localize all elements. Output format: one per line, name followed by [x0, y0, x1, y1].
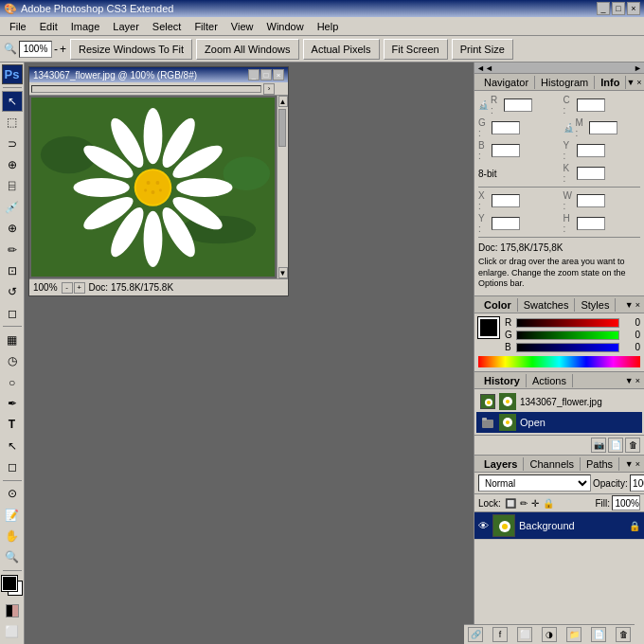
color-panel-menu-icon[interactable]: ▼	[625, 300, 634, 310]
layer-item-0[interactable]: 👁 Background 🔒	[474, 512, 644, 540]
collapse-left-icon[interactable]: ◄◄	[476, 63, 493, 73]
zoom-tool[interactable]: 🔍	[2, 547, 23, 567]
doc-maximize-button[interactable]: □	[260, 69, 272, 80]
doc-minimize-button[interactable]: _	[248, 69, 259, 80]
type-tool[interactable]: T	[2, 415, 23, 435]
blend-mode-select[interactable]: Normal	[478, 474, 591, 492]
layers-panel-close-icon[interactable]: ×	[635, 459, 640, 469]
close-button[interactable]: ×	[627, 2, 640, 15]
layer-link-button[interactable]: 🔗	[474, 627, 483, 642]
layers-panel-menu-icon[interactable]: ▼	[625, 459, 634, 469]
b-slider-track[interactable]	[516, 343, 619, 352]
history-item-1[interactable]: Open	[476, 412, 642, 433]
print-size-button[interactable]: Print Size	[452, 39, 513, 60]
menu-file[interactable]: File	[4, 19, 32, 34]
lock-position-icon[interactable]: ✛	[531, 498, 539, 509]
tab-navigator[interactable]: Navigator	[478, 76, 535, 89]
menu-help[interactable]: Help	[312, 19, 345, 34]
menu-window[interactable]: Window	[261, 19, 310, 34]
tab-channels[interactable]: Channels	[524, 457, 580, 471]
lock-image-icon[interactable]: ✏	[520, 498, 528, 509]
zoom-increase[interactable]: +	[74, 282, 85, 294]
collapse-right-icon[interactable]: ►	[634, 63, 642, 73]
r-slider-track[interactable]	[516, 318, 619, 328]
layer-delete-button[interactable]: 🗑	[616, 627, 631, 642]
tab-paths[interactable]: Paths	[581, 457, 619, 471]
zoom-decrease[interactable]: -	[62, 282, 73, 294]
history-new-button[interactable]: 📄	[608, 438, 623, 453]
gradient-tool[interactable]: ▦	[2, 330, 23, 349]
panel-close-icon[interactable]: ×	[636, 78, 641, 87]
tab-layers[interactable]: Layers	[478, 457, 524, 471]
layer-adjustment-button[interactable]: ◑	[542, 627, 557, 642]
marquee-tool[interactable]: ⬚	[2, 113, 23, 133]
scroll-right-button[interactable]: ›	[263, 83, 275, 95]
tab-actions[interactable]: Actions	[527, 374, 573, 387]
tab-swatches[interactable]: Swatches	[518, 298, 576, 312]
crop-tool[interactable]: ⌸	[2, 176, 23, 196]
tab-color[interactable]: Color	[478, 298, 518, 312]
menu-view[interactable]: View	[225, 19, 259, 34]
quick-select-tool[interactable]: ⊕	[2, 154, 23, 174]
tab-info[interactable]: Info	[595, 76, 626, 89]
layer-mask-button[interactable]: ⬜	[517, 627, 532, 642]
opacity-input[interactable]	[630, 474, 644, 492]
tab-styles[interactable]: Styles	[575, 298, 616, 312]
history-delete-button[interactable]: 🗑	[625, 438, 640, 453]
history-brush-tool[interactable]: ↺	[2, 282, 23, 302]
layer-new-button[interactable]: 📄	[591, 627, 606, 642]
healing-brush-tool[interactable]: ⊕	[2, 218, 23, 238]
maximize-button[interactable]: □	[612, 2, 625, 15]
color-swatches[interactable]	[2, 576, 23, 596]
zoom-minus[interactable]: -	[54, 43, 58, 56]
resize-windows-button[interactable]: Resize Windows To Fit	[70, 39, 192, 60]
g-slider-track[interactable]	[516, 331, 619, 340]
fit-screen-button[interactable]: Fit Screen	[384, 39, 448, 60]
pen-tool[interactable]: ✒	[2, 393, 23, 413]
history-panel-menu-icon[interactable]: ▼	[625, 376, 634, 385]
scroll-down-button[interactable]: ▼	[278, 267, 288, 278]
minimize-button[interactable]: _	[597, 2, 610, 15]
menu-image[interactable]: Image	[65, 19, 106, 34]
hand-tool[interactable]: ✋	[2, 526, 23, 546]
dodge-tool[interactable]: ○	[2, 372, 23, 392]
zoom-all-windows-button[interactable]: Zoom All Windows	[196, 39, 298, 60]
tab-histogram[interactable]: Histogram	[535, 76, 595, 89]
actual-pixels-button[interactable]: Actual Pixels	[303, 39, 380, 60]
menu-select[interactable]: Select	[147, 19, 188, 34]
zoom-input[interactable]	[19, 41, 52, 58]
layer-group-button[interactable]: 📁	[566, 627, 581, 642]
blur-tool[interactable]: ◷	[2, 351, 23, 371]
color-foreground-swatch[interactable]	[478, 317, 499, 338]
color-spectrum[interactable]	[478, 356, 640, 367]
history-snapshot-button[interactable]: 📷	[591, 438, 606, 453]
lock-transparent-icon[interactable]: 🔲	[505, 498, 516, 509]
3d-rotate-tool[interactable]: ⊙	[2, 484, 23, 504]
panel-menu-icon[interactable]: ▼	[626, 78, 635, 87]
clone-stamp-tool[interactable]: ⊡	[2, 260, 23, 280]
notes-tool[interactable]: 📝	[2, 505, 23, 525]
zoom-plus[interactable]: +	[60, 43, 66, 56]
eraser-tool[interactable]: ◻	[2, 303, 23, 323]
lock-all-icon[interactable]: 🔒	[543, 498, 554, 509]
screen-mode-button[interactable]: ⬜	[2, 622, 23, 642]
move-tool[interactable]: ↖	[2, 91, 23, 111]
layer-visibility-icon[interactable]: 👁	[478, 520, 489, 531]
foreground-color-swatch[interactable]	[2, 576, 17, 591]
document-canvas[interactable]: ▲ ▼	[29, 96, 288, 278]
path-selection-tool[interactable]: ↖	[2, 436, 23, 456]
tab-history[interactable]: History	[478, 374, 527, 387]
history-item-0[interactable]: 1343067_flower.jpg	[476, 391, 642, 412]
layer-fx-button[interactable]: f	[492, 627, 508, 642]
shape-tool[interactable]: ◻	[2, 456, 23, 476]
menu-edit[interactable]: Edit	[34, 19, 63, 34]
fill-input[interactable]	[612, 495, 640, 510]
scroll-up-button[interactable]: ▲	[278, 96, 288, 107]
lasso-tool[interactable]: ⊃	[2, 134, 23, 153]
eyedropper-tool[interactable]: 💉	[2, 197, 23, 217]
history-panel-close-icon[interactable]: ×	[635, 376, 640, 385]
brush-tool[interactable]: ✏	[2, 240, 23, 259]
doc-close-button[interactable]: ×	[273, 69, 284, 80]
menu-filter[interactable]: Filter	[188, 19, 223, 34]
scroll-thumb[interactable]	[278, 109, 286, 147]
